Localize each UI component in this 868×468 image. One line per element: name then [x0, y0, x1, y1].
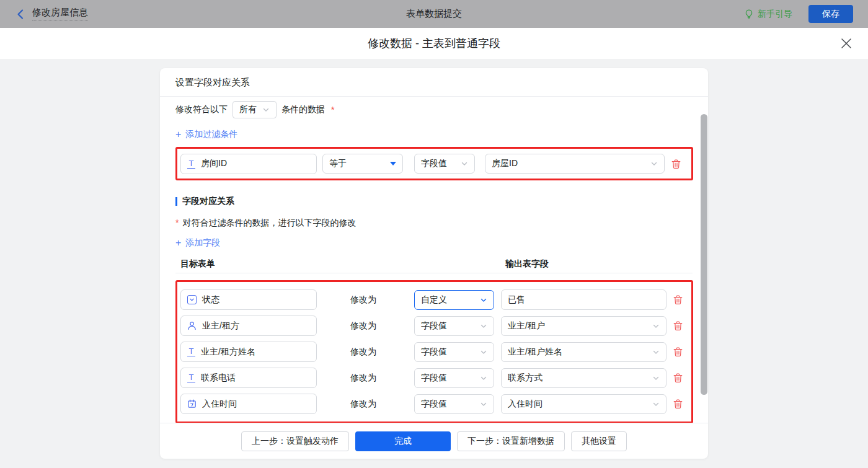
modify-to-label: 修改为 [350, 347, 376, 358]
settings-card: 设置字段对应关系 修改符合以下 所有 条件的数据 * + 添加过滤条件 [160, 68, 708, 459]
plus-icon: + [175, 238, 181, 248]
add-field-label: 添加字段 [185, 237, 220, 249]
chevron-down-icon [480, 322, 487, 330]
modal-title: 修改数据 - 主表到普通字段 [368, 36, 500, 51]
save-button[interactable]: 保存 [808, 5, 853, 23]
bulb-icon [744, 9, 754, 19]
filter-value-type-value: 字段值 [421, 158, 447, 169]
modify-type-select[interactable]: 字段值 [414, 342, 494, 362]
modal-titlebar: 修改数据 - 主表到普通字段 [0, 28, 868, 59]
chevron-down-icon [650, 160, 658, 167]
person-icon [187, 321, 197, 330]
delete-row-icon[interactable] [673, 347, 683, 357]
document-title[interactable]: 修改房屋信息 [32, 7, 88, 21]
target-field-input[interactable]: 状态 [180, 289, 317, 310]
modify-type-select[interactable]: 字段值 [414, 368, 494, 388]
condition-suffix: 条件的数据 [281, 104, 325, 115]
modify-to-label: 修改为 [350, 373, 376, 384]
card-footer: 上一步：设置触发动作 完成 下一步：设置新增数据 其他设置 [160, 423, 708, 459]
done-button[interactable]: 完成 [355, 431, 451, 451]
mapping-row: 入住时间 修改为 字段值 入住时间 [180, 394, 691, 414]
chevron-down-icon [652, 374, 660, 382]
chevron-down-icon [480, 296, 487, 304]
field-mapping-group: 状态 修改为 自定义 已售 [175, 280, 693, 423]
delete-row-icon[interactable] [673, 399, 683, 409]
delete-row-icon[interactable] [673, 373, 683, 383]
text-field-icon: T [187, 347, 195, 356]
output-field-select[interactable]: 业主/租户姓名 [501, 342, 666, 362]
output-field-select[interactable]: 入住时间 [501, 394, 666, 414]
mapping-section-title: 字段对应关系 [182, 196, 234, 207]
output-field-value: 业主/租户 [508, 320, 545, 332]
delete-row-icon[interactable] [673, 294, 683, 305]
vertical-scrollbar[interactable] [701, 114, 707, 395]
target-field-input[interactable]: 入住时间 [180, 394, 317, 414]
mapping-row: 业主/租方 修改为 字段值 业主/租户 [180, 316, 691, 336]
card-header-title: 设置字段对应关系 [160, 68, 708, 97]
mapping-row: 状态 修改为 自定义 已售 [180, 289, 691, 310]
column-header-output-field: 输出表字段 [505, 258, 549, 270]
card-content: 修改符合以下 所有 条件的数据 * + 添加过滤条件 T 房间I [160, 100, 708, 423]
delete-filter-icon[interactable] [671, 159, 681, 169]
mapping-row: T 业主/租方姓名 修改为 字段值 业主/租户姓名 [180, 342, 691, 362]
back-icon[interactable] [15, 9, 26, 20]
output-value-input[interactable]: 已售 [501, 289, 666, 310]
condition-scope-select[interactable]: 所有 [232, 101, 277, 118]
modify-type-select[interactable]: 字段值 [414, 316, 494, 336]
target-field-value: 入住时间 [202, 399, 237, 410]
target-field-input[interactable]: T 联系电话 [180, 368, 317, 388]
section-accent-bar [175, 197, 177, 206]
filter-operator-value: 等于 [329, 158, 347, 169]
app-header-left: 修改房屋信息 [15, 7, 88, 21]
prev-step-button[interactable]: 上一步：设置触发动作 [241, 431, 349, 451]
delete-row-icon[interactable] [673, 320, 683, 331]
modify-type-value: 字段值 [421, 373, 447, 384]
add-filter-link[interactable]: + 添加过滤条件 [175, 129, 237, 140]
filter-conditions-group: T 房间ID 等于 字段值 房屋ID [175, 147, 693, 180]
modify-type-value: 自定义 [421, 294, 447, 306]
app-header: 修改房屋信息 表单数据提交 新手引导 保存 [0, 0, 868, 28]
output-field-select[interactable]: 联系方式 [501, 368, 666, 388]
modify-to-label: 修改为 [350, 320, 376, 332]
output-field-value: 业主/租户姓名 [508, 347, 562, 358]
add-field-link[interactable]: + 添加字段 [175, 237, 220, 249]
target-field-value: 业主/租方姓名 [201, 347, 255, 358]
chevron-down-icon [480, 400, 487, 408]
filter-field-input[interactable]: T 房间ID [180, 154, 317, 174]
target-field-value: 联系电话 [201, 373, 236, 384]
filter-value-select[interactable]: 房屋ID [485, 154, 665, 174]
chevron-down-icon [652, 400, 660, 408]
text-field-icon: T [187, 159, 195, 169]
select-field-icon [187, 295, 197, 304]
close-icon[interactable] [841, 38, 852, 49]
filter-operator-select[interactable]: 等于 [322, 154, 403, 174]
page-title: 表单数据提交 [406, 8, 462, 20]
modal-body: 设置字段对应关系 修改符合以下 所有 条件的数据 * + 添加过滤条件 [0, 68, 868, 468]
required-mark: * [331, 105, 334, 115]
chevron-down-icon [652, 322, 660, 330]
column-header-target-form: 目标表单 [180, 258, 215, 270]
required-mark: * [175, 218, 179, 229]
condition-row: 修改符合以下 所有 条件的数据 * [175, 100, 708, 119]
filter-value-type-select[interactable]: 字段值 [414, 154, 475, 174]
chevron-down-icon [461, 160, 468, 167]
plus-icon: + [175, 130, 181, 139]
next-step-button[interactable]: 下一步：设置新增数据 [457, 431, 565, 451]
text-field-icon: T [187, 373, 195, 382]
app-header-right: 新手引导 保存 [744, 5, 853, 23]
calendar-icon [187, 399, 197, 408]
chevron-down-icon [480, 374, 487, 382]
mapping-description: * 对符合过滤条件的数据，进行以下字段的修改 [175, 218, 708, 229]
target-field-input[interactable]: 业主/租方 [180, 316, 317, 336]
modify-type-value: 字段值 [421, 399, 447, 410]
target-field-input[interactable]: T 业主/租方姓名 [180, 342, 317, 362]
beginner-guide-link[interactable]: 新手引导 [744, 9, 792, 20]
chevron-down-icon [652, 348, 660, 356]
output-field-select[interactable]: 业主/租户 [501, 316, 666, 336]
other-settings-button[interactable]: 其他设置 [571, 431, 627, 451]
modify-type-select[interactable]: 自定义 [414, 290, 494, 310]
add-filter-label: 添加过滤条件 [185, 129, 237, 140]
modify-type-select[interactable]: 字段值 [414, 394, 494, 414]
modify-to-label: 修改为 [350, 294, 376, 306]
mapping-row: T 联系电话 修改为 字段值 联系方式 [180, 368, 691, 388]
